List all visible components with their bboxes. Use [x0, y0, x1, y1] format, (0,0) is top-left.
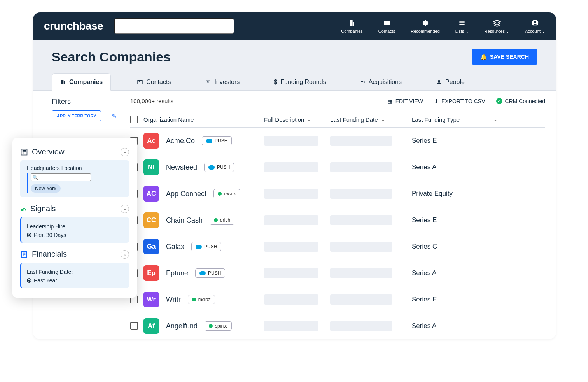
save-search-button[interactable]: 🔔 SAVE SEARCH [472, 49, 537, 65]
org-name[interactable]: Newsfeed [166, 163, 197, 172]
crm-badge[interactable]: spinto [205, 321, 232, 331]
action-label: EXPORT TO CSV [441, 98, 485, 104]
apply-territory-button[interactable]: APPLY TERRITORY [52, 110, 101, 121]
org-logo[interactable]: Af [144, 318, 159, 334]
radio-selected-icon[interactable] [27, 233, 32, 237]
chevron-down-icon[interactable]: ⌄ [381, 117, 385, 122]
building-icon [60, 79, 66, 85]
nav-lists[interactable]: Lists ⌄ [455, 19, 469, 34]
nav-label: Recommended [411, 29, 440, 33]
crm-badge[interactable]: PUSH [191, 242, 221, 251]
salesforce-icon [196, 245, 202, 249]
org-name[interactable]: Acme.Co [166, 137, 195, 145]
org-logo[interactable]: Wr [144, 292, 159, 307]
funding-type: Private Equity [412, 190, 453, 198]
layers-icon [493, 19, 501, 27]
row-checkbox[interactable] [130, 322, 138, 330]
chevron-down-icon: ⌄ [506, 29, 509, 33]
svg-point-1 [534, 21, 536, 23]
chevron-down-icon[interactable]: ⌄ [307, 117, 311, 122]
badge-text: mdiaz [198, 297, 211, 302]
tab-people[interactable]: People [428, 73, 473, 90]
global-search-input[interactable] [114, 18, 234, 34]
description-placeholder [264, 215, 318, 225]
col-desc[interactable]: Full Description [264, 116, 304, 123]
hq-label: Headquarters Location [27, 165, 124, 171]
org-name[interactable]: Galax [166, 243, 184, 251]
chevron-down-icon[interactable]: ⌄ [121, 205, 129, 213]
person-icon [436, 79, 442, 85]
merge-icon: ⤳ [360, 78, 366, 86]
crm-badge[interactable]: PUSH [195, 268, 225, 278]
crm-badge[interactable]: PUSH [202, 136, 232, 145]
badge-text: cwatk [224, 191, 236, 196]
chevron-down-icon[interactable]: ⌄ [494, 117, 497, 122]
org-name[interactable]: App Connect [166, 190, 206, 198]
hq-chip[interactable]: New York [31, 184, 61, 193]
badge-text: drich [220, 217, 230, 223]
nav-companies[interactable]: Companies [341, 19, 363, 34]
funding-type: Series A [412, 269, 436, 277]
description-placeholder [264, 162, 318, 172]
tab-label: Acquisitions [369, 79, 402, 86]
col-org[interactable]: Organization Name [144, 116, 194, 123]
chevron-down-icon[interactable]: ⌄ [121, 148, 129, 156]
org-name[interactable]: Angelfund [166, 322, 198, 330]
chevron-down-icon: ⌄ [466, 29, 469, 33]
crm-badge[interactable]: cwatk [214, 189, 240, 198]
edit-view-button[interactable]: ▦ EDIT VIEW [388, 98, 423, 104]
org-name[interactable]: Chain Cash [166, 216, 203, 224]
svg-text:$: $ [207, 80, 210, 84]
filters-popover: Overview ⌄ Headquarters Location 🔍 New Y… [12, 138, 137, 298]
org-logo[interactable]: AC [144, 186, 159, 202]
logo[interactable]: crunchbase [44, 20, 103, 32]
export-csv-button[interactable]: ⬇ EXPORT TO CSV [434, 98, 485, 104]
tab-acquisitions[interactable]: ⤳ Acquisitions [352, 73, 410, 90]
nav-label: Companies [341, 29, 363, 33]
description-placeholder [264, 321, 318, 331]
table-body: AcAcme.CoPUSHSeries ENfNewsfeedPUSHSerie… [130, 128, 556, 339]
edit-icon[interactable]: ✎ [112, 112, 117, 120]
org-logo[interactable]: Ac [144, 133, 159, 149]
hq-search-input[interactable]: 🔍 [31, 173, 91, 181]
nav-account[interactable]: Account ⌄ [525, 19, 545, 34]
overview-section-header[interactable]: Overview ⌄ [20, 147, 129, 156]
col-date[interactable]: Last Funding Date [330, 116, 378, 123]
check-circle-icon: ✓ [496, 98, 502, 104]
funding-type: Series C [412, 243, 437, 251]
org-logo[interactable]: Nf [144, 159, 159, 175]
date-placeholder [330, 321, 392, 331]
chevron-down-icon[interactable]: ⌄ [121, 250, 129, 259]
description-placeholder [264, 242, 318, 252]
nav-resources[interactable]: Resources ⌄ [485, 19, 510, 34]
salesforce-icon [200, 271, 206, 275]
crm-badge[interactable]: PUSH [204, 163, 234, 172]
signals-value: Past 30 Days [34, 232, 66, 238]
crm-label: CRM Connected [505, 98, 546, 104]
org-logo[interactable]: Ep [144, 265, 159, 281]
org-name[interactable]: Writr [166, 296, 181, 304]
funding-type: Series E [412, 216, 437, 224]
org-logo[interactable]: Ga [144, 239, 159, 254]
page-header: Search Companies 🔔 SAVE SEARCH [33, 40, 556, 65]
col-type[interactable]: Last Funding Type [412, 116, 460, 123]
nav-recommended[interactable]: Recommended [411, 19, 440, 34]
crm-badge[interactable]: drich [210, 216, 234, 225]
date-placeholder [330, 162, 392, 172]
org-name[interactable]: Eptune [166, 269, 188, 277]
tab-investors[interactable]: $ Investors [197, 73, 248, 90]
tab-funding-rounds[interactable]: $ Funding Rounds [266, 73, 334, 90]
page-title: Search Companies [52, 49, 171, 65]
tab-companies[interactable]: Companies [52, 73, 111, 91]
signals-section-header[interactable]: Signals ⌄ [20, 204, 129, 213]
table-row: WrWritrmdiazSeries E [130, 286, 545, 313]
org-logo[interactable]: CC [144, 212, 159, 228]
tab-contacts[interactable]: Contacts [129, 73, 179, 90]
radio-selected-icon[interactable] [27, 278, 32, 283]
save-label: SAVE SEARCH [490, 54, 529, 60]
crm-badge[interactable]: mdiaz [188, 295, 215, 304]
financials-section-header[interactable]: Financials ⌄ [20, 250, 129, 259]
action-label: EDIT VIEW [396, 98, 423, 104]
nav-contacts[interactable]: Contacts [378, 19, 395, 34]
select-all-checkbox[interactable] [130, 116, 138, 123]
